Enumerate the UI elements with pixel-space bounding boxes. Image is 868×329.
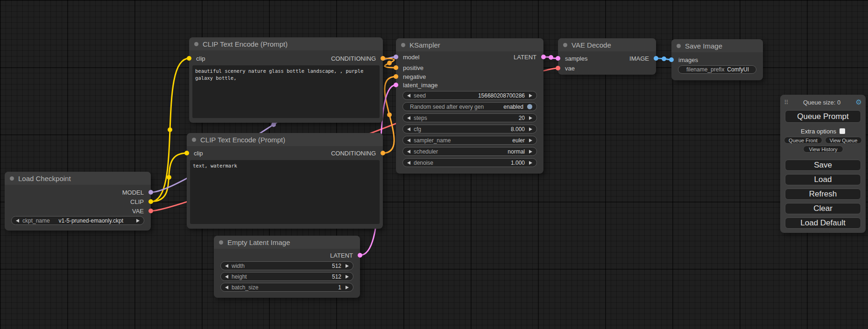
cfg-widget[interactable]: cfg 8.000 [402, 125, 537, 133]
link-conditioning-negative [383, 77, 396, 153]
arrow-right-icon[interactable] [529, 139, 532, 142]
arrow-left-icon[interactable] [407, 139, 410, 142]
clip-input-dot[interactable] [184, 151, 189, 155]
arrow-left-icon[interactable] [16, 219, 19, 223]
arrow-right-icon[interactable] [136, 219, 140, 223]
clip-output-dot[interactable] [148, 199, 153, 204]
slot-label: CONDITIONING [331, 55, 376, 62]
arrow-right-icon[interactable] [529, 116, 532, 120]
slot-label: model [403, 54, 419, 61]
widget-value: euler [512, 137, 525, 144]
clear-button[interactable]: Clear [785, 203, 861, 214]
positive-input-dot[interactable] [394, 65, 398, 70]
batch-size-widget[interactable]: batch_size 1 [220, 283, 353, 292]
node-title-bar[interactable]: CLIP Text Encode (Prompt) [189, 37, 383, 50]
toggle-knob-icon[interactable] [527, 104, 532, 109]
arrow-right-icon[interactable] [529, 94, 532, 98]
arrow-right-icon[interactable] [529, 127, 532, 131]
latent-output-dot[interactable] [541, 55, 546, 59]
positive-prompt-textarea[interactable]: beautiful scenery nature glass bottle la… [192, 65, 380, 118]
input-slot-latent-image: latent_image [396, 80, 543, 90]
arrow-left-icon[interactable] [225, 286, 228, 289]
node-title-bar[interactable]: VAE Decode [558, 38, 656, 51]
collapse-dot-icon[interactable] [10, 176, 14, 181]
vae-input-dot[interactable] [556, 66, 560, 70]
load-default-button[interactable]: Load Default [785, 217, 861, 229]
arrow-right-icon[interactable] [346, 264, 349, 268]
node-title-bar[interactable]: Empty Latent Image [214, 236, 360, 249]
scheduler-widget[interactable]: scheduler normal [402, 147, 537, 156]
node-save-image[interactable]: Save Image images filename_prefix ComfyU… [671, 39, 763, 80]
latent-output-dot[interactable] [358, 253, 362, 258]
queue-size-label: Queue size: 0 [788, 99, 856, 106]
images-input-dot[interactable] [669, 57, 674, 62]
slot-row: clip CONDITIONING [187, 148, 383, 158]
image-output-dot[interactable] [654, 56, 658, 61]
conditioning-output-dot[interactable] [381, 56, 385, 61]
node-title-bar[interactable]: KSampler [396, 38, 543, 51]
collapse-dot-icon[interactable] [219, 240, 223, 245]
node-graph-canvas[interactable]: Load Checkpoint MODEL CLIP VAE ckpt_name… [0, 0, 868, 329]
steps-widget[interactable]: steps 20 [402, 113, 537, 122]
node-title-bar[interactable]: CLIP Text Encode (Prompt) [187, 133, 383, 146]
seed-widget[interactable]: seed 156680208700286 [402, 91, 537, 100]
widget-label: scheduler [414, 148, 438, 155]
widget-value: v1-5-pruned-emaonly.ckpt [50, 217, 132, 224]
arrow-left-icon[interactable] [225, 264, 228, 268]
samples-input-dot[interactable] [556, 56, 560, 61]
node-title-bar[interactable]: Save Image [671, 39, 763, 52]
arrow-right-icon[interactable] [346, 286, 349, 289]
slot-label: IMAGE [629, 55, 649, 62]
slot-label: clip [196, 55, 205, 62]
arrow-left-icon[interactable] [407, 161, 410, 165]
drag-handle-icon[interactable]: ⠿ [784, 99, 788, 106]
denoise-widget[interactable]: denoise 1.000 [402, 158, 537, 167]
sampler-name-widget[interactable]: sampler_name euler [402, 136, 537, 145]
collapse-dot-icon[interactable] [192, 138, 196, 142]
view-history-button[interactable]: View History [803, 146, 843, 153]
node-empty-latent-image[interactable]: Empty Latent Image LATENT width 512 heig… [214, 236, 360, 298]
node-title-bar[interactable]: Load Checkpoint [5, 172, 151, 185]
refresh-button[interactable]: Refresh [785, 189, 861, 200]
queue-prompt-button[interactable]: Queue Prompt [785, 110, 861, 123]
node-clip-text-encode-negative[interactable]: CLIP Text Encode (Prompt) clip CONDITION… [187, 133, 383, 229]
negative-prompt-textarea[interactable]: text, watermark [190, 160, 380, 224]
settings-gear-icon[interactable]: ⚙ [856, 98, 862, 106]
conditioning-output-dot[interactable] [381, 151, 385, 155]
latent-image-input-dot[interactable] [394, 83, 398, 87]
queue-front-button[interactable]: Queue Front [784, 137, 822, 144]
collapse-dot-icon[interactable] [194, 42, 198, 46]
view-queue-button[interactable]: View Queue [825, 137, 862, 144]
collapse-dot-icon[interactable] [677, 44, 681, 48]
node-title: VAE Decode [572, 41, 611, 49]
model-input-dot[interactable] [394, 55, 398, 59]
height-widget[interactable]: height 512 [220, 272, 353, 281]
node-clip-text-encode-positive[interactable]: CLIP Text Encode (Prompt) clip CONDITION… [189, 37, 383, 123]
filename-prefix-widget[interactable]: filename_prefix ComfyUI [678, 65, 756, 74]
vae-output-dot[interactable] [148, 209, 153, 213]
arrow-right-icon[interactable] [529, 161, 532, 165]
node-ksampler[interactable]: KSampler model LATENT positive negative … [396, 38, 543, 174]
node-load-checkpoint[interactable]: Load Checkpoint MODEL CLIP VAE ckpt_name… [5, 172, 151, 231]
collapse-dot-icon[interactable] [563, 43, 567, 47]
clip-input-dot[interactable] [187, 56, 191, 61]
slot-label: images [678, 56, 698, 63]
arrow-left-icon[interactable] [407, 127, 410, 131]
queue-panel: ⠿ Queue size: 0 ⚙ Queue Prompt Extra opt… [780, 95, 866, 233]
arrow-right-icon[interactable] [346, 275, 349, 279]
save-button[interactable]: Save [785, 160, 861, 171]
arrow-left-icon[interactable] [407, 94, 410, 98]
load-button[interactable]: Load [785, 174, 861, 185]
model-output-dot[interactable] [148, 190, 153, 195]
ckpt-name-widget[interactable]: ckpt_name v1-5-pruned-emaonly.ckpt [11, 216, 144, 225]
node-vae-decode[interactable]: VAE Decode samples IMAGE vae [558, 38, 656, 75]
arrow-left-icon[interactable] [407, 116, 410, 120]
extra-options-checkbox[interactable] [840, 128, 845, 134]
negative-input-dot[interactable] [394, 74, 398, 79]
collapse-dot-icon[interactable] [401, 43, 405, 47]
random-seed-toggle[interactable]: Random seed after every gen enabled [402, 102, 537, 111]
width-widget[interactable]: width 512 [220, 261, 353, 270]
arrow-left-icon[interactable] [225, 275, 228, 279]
arrow-left-icon[interactable] [407, 150, 410, 154]
arrow-right-icon[interactable] [529, 150, 532, 154]
